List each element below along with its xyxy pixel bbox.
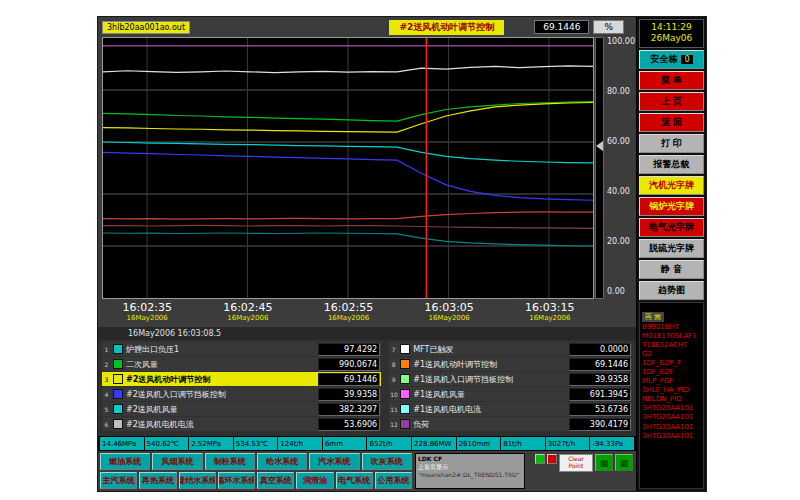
legend-row-number: 1 (103, 346, 110, 353)
legend-row[interactable]: 12负荷390.4179 (389, 417, 632, 431)
dcs-trend-window: 3hlb20aa001ao.out #2送风机动叶调节控制 69.1446 % … (97, 16, 707, 492)
y-axis: 100.0080.0060.0040.0020.000.00 (604, 37, 636, 299)
clear-point-button[interactable]: Clear Point (559, 454, 593, 472)
legend-row[interactable]: 10#1送风机风量691.3945 (389, 387, 632, 401)
sidebar-buttons: 菜 单上 页返 回打 印报警总貌汽机光字牌锅炉光字牌电气光字牌脱硫光字牌静 音趋… (639, 71, 704, 300)
nav-button[interactable]: 真空系统 (257, 472, 294, 489)
device-icon-2[interactable]: ▦ (615, 454, 633, 471)
nav-button[interactable]: 风烟系统 (152, 453, 202, 470)
nav-button[interactable]: 制粉系统 (205, 453, 255, 470)
y-axis-label: 0.00 (607, 287, 625, 296)
trend-tag-item[interactable]: 1DF_G2P_F (642, 359, 701, 368)
nav-button[interactable]: 吹灰系统 (362, 453, 412, 470)
nav-button[interactable]: 再热系统 (139, 472, 176, 489)
legend-row[interactable]: 6#2送风机电机电流53.6906 (102, 417, 381, 431)
status-value: 14.46MPa (100, 437, 144, 450)
sidebar-button[interactable]: 静 音 (639, 260, 704, 279)
legend-row[interactable]: 11#1送风机电机电流53.6736 (389, 402, 632, 416)
nav-button[interactable]: 循环水系统 (218, 472, 255, 489)
nav-button[interactable]: 汽水系统 (309, 453, 359, 470)
trend-tag-item[interactable]: 3HTG10AA101 (642, 423, 701, 432)
x-axis-date-label: 16May2006 (525, 314, 574, 322)
y-axis-label: 20.00 (607, 237, 630, 246)
legend-label: #2送风机电机电流 (126, 419, 315, 430)
legend-label: 二次风量 (126, 359, 315, 370)
nav-button-grid: 燃油系统风烟系统制粉系统给水系统汽水系统吹灰系统 主汽系统再热系统凝结水系统循环… (100, 453, 412, 489)
legend-label: MFT已触发 (413, 344, 566, 355)
nav-button[interactable]: 润滑油 (296, 472, 333, 489)
trend-tag-item[interactable]: 3HTG20AA101 (642, 404, 701, 413)
legend-value: 53.6736 (569, 403, 631, 416)
legend-color-chip (400, 419, 410, 429)
sidebar-button[interactable]: 打 印 (639, 134, 704, 153)
nav-button[interactable]: 公用系统 (375, 472, 412, 489)
sidebar-button[interactable]: 汽机光字牌 (639, 176, 704, 195)
sidebar-button[interactable]: 脱硫光字牌 (639, 239, 704, 258)
trend-tag-item[interactable]: 3HTG20AA101 (642, 413, 701, 422)
trend-current-value: 69.1446 (534, 20, 589, 34)
desktop: 3hlb20aa001ao.out #2送风机动叶调节控制 69.1446 % … (0, 0, 800, 500)
legend-row-number: 12 (390, 421, 397, 428)
trend-tag-item[interactable]: B9901BHT (642, 323, 701, 332)
legend-value: 69.1446 (318, 373, 380, 386)
legend-label: 负荷 (413, 419, 566, 430)
x-axis-tick: 16:03:1516May2006 (525, 301, 574, 322)
x-axis-date-label: 16May2006 (122, 314, 171, 322)
status-value: 81t/h (501, 437, 545, 450)
trend-tag-item[interactable]: MLP_PGF (642, 377, 701, 386)
trend-tag-item[interactable]: 3HLE_HA_PID (642, 386, 701, 395)
sidebar-button[interactable]: 菜 单 (639, 71, 704, 90)
sidebar-button[interactable]: 电气光字牌 (639, 218, 704, 237)
legend-color-chip (113, 359, 123, 369)
legend-row-number: 2 (103, 361, 110, 368)
trend-tag-item[interactable]: 1DF_G2F (642, 368, 701, 377)
legend-color-chip (400, 344, 410, 354)
device-icon-1[interactable]: ▦ (595, 454, 613, 471)
nav-button[interactable]: 给水系统 (257, 453, 307, 470)
alarm-count: 0 (681, 55, 692, 64)
alarm-ack-button[interactable]: 安全栋 0 (639, 50, 704, 69)
y-axis-label: 60.00 (607, 137, 630, 146)
legend-row-number: 6 (103, 421, 110, 428)
sidebar-button[interactable]: 报警总貌 (639, 155, 704, 174)
legend-row[interactable]: 5#2送风机风量382.3297 (102, 402, 381, 416)
process-status-bar: 14.46MPa540.62℃2.52MPa534.53℃124t/h6mm65… (98, 436, 636, 451)
nav-button[interactable]: 燃油系统 (100, 453, 150, 470)
scroll-marker-icon[interactable] (596, 141, 603, 151)
trend-plot[interactable] (102, 37, 594, 299)
y-axis-label: 100.00 (607, 37, 635, 46)
trend-tag-item[interactable]: T18E12ACHT (642, 341, 701, 350)
system-info-panel: LDK CF 上首页显示 "maanshan2#:DL_TRENDS1.TRD" (415, 453, 525, 489)
plot-scrollbar[interactable] (595, 37, 604, 299)
trend-tag-field[interactable]: 3hlb20aa001ao.out (102, 21, 190, 34)
legend-row[interactable]: 4#2送风机入口调节挡板控制39.9358 (102, 387, 381, 401)
sidebar-button[interactable]: 上 页 (639, 92, 704, 111)
legend-column-left: 1炉膛出口负压197.42922二次风量990.06743#2送风机动叶调节控制… (102, 342, 381, 434)
legend-row[interactable]: 8#1送风机动叶调节控制69.1446 (389, 357, 632, 371)
legend-row[interactable]: 2二次风量990.0674 (102, 357, 381, 371)
sidebar-button[interactable]: 锅炉光字牌 (639, 197, 704, 216)
legend-row-number: 8 (390, 361, 397, 368)
legend-label: #1送风机动叶调节控制 (413, 359, 566, 370)
legend-value: 69.1446 (569, 358, 631, 371)
legend-row[interactable]: 1炉膛出口负压197.4292 (102, 342, 381, 356)
trend-tag-item[interactable]: 3HTG10AA101 (642, 432, 701, 441)
nav-button[interactable]: 主汽系统 (100, 472, 137, 489)
legend-row-number: 11 (390, 406, 397, 413)
nav-button[interactable]: 电气系统 (336, 472, 373, 489)
trend-tag-item[interactable]: G2 (642, 350, 701, 359)
nav-button[interactable]: 凝结水系统 (179, 472, 216, 489)
sidebar-button[interactable]: 趋势图 (639, 281, 704, 300)
sidebar-button[interactable]: 返 回 (639, 113, 704, 132)
trend-unit: % (593, 20, 624, 34)
legend-color-chip (400, 389, 410, 399)
trend-tag-item[interactable]: NBLDN_PID (642, 395, 701, 404)
legend-row[interactable]: 9#1送风机入口调节挡板控制39.9358 (389, 372, 632, 386)
x-axis-time-label: 16:02:55 (324, 301, 373, 314)
x-axis-date-label: 16May2006 (223, 314, 272, 322)
trend-tag-item[interactable]: M01E1705I.AF1 (642, 332, 701, 341)
clock-time: 14:11:29 (640, 22, 703, 33)
legend-row-number: 7 (390, 346, 397, 353)
legend-row[interactable]: 7MFT已触发0.0000 (389, 342, 632, 356)
legend-row[interactable]: 3#2送风机动叶调节控制69.1446 (102, 372, 381, 386)
